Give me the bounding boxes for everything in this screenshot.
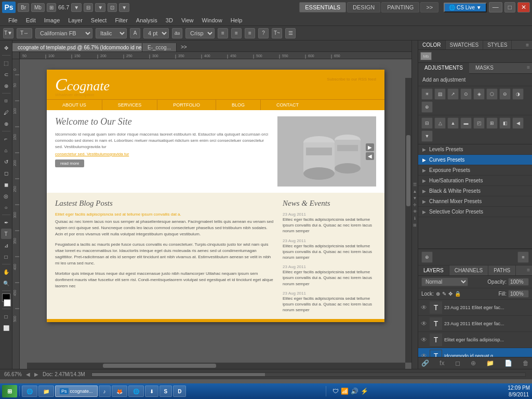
layer-link-icon[interactable]: 🔗: [421, 360, 429, 367]
view-dropdown[interactable]: ▼: [119, 3, 129, 12]
menu-analysis[interactable]: Analysis: [132, 16, 162, 24]
align-right[interactable]: ≡: [245, 28, 255, 38]
bridge-button[interactable]: Br: [18, 3, 29, 12]
anti-alias-select[interactable]: Crisp: [185, 28, 215, 38]
masks-tab[interactable]: MASKS: [469, 63, 500, 73]
presets-option-icon[interactable]: ≡: [517, 251, 529, 263]
tool-preset-picker[interactable]: T▼: [3, 28, 14, 38]
systray-volume[interactable]: 🔊: [351, 388, 358, 395]
window-maximize[interactable]: □: [504, 2, 515, 12]
menu-image[interactable]: Image: [40, 16, 64, 24]
firefox-button[interactable]: 🦊: [112, 385, 127, 397]
systray-network[interactable]: 📶: [341, 388, 349, 395]
gradient-map-icon[interactable]: ▬: [460, 117, 472, 129]
next-image-btn[interactable]: ▶: [366, 143, 374, 151]
site-subscribe[interactable]: Subscribe to our RSS feed: [327, 77, 376, 82]
styles-tab[interactable]: STYLES: [483, 41, 512, 49]
background-color[interactable]: [4, 299, 11, 307]
workspace-painting[interactable]: PAINTING: [381, 2, 419, 12]
menu-layer[interactable]: Layer: [64, 16, 87, 24]
read-more-btn[interactable]: read more: [55, 159, 84, 167]
gradient-tool[interactable]: ◼: [1, 179, 11, 190]
quick-selection-tool[interactable]: ⊛: [1, 81, 11, 91]
layer-new-icon[interactable]: 📄: [504, 360, 512, 367]
prev-image-btn[interactable]: ◀: [366, 152, 374, 160]
menu-edit[interactable]: Edit: [22, 16, 40, 24]
systray-antivirus[interactable]: 🛡: [332, 388, 339, 395]
photoshop-taskbar-btn[interactable]: Ps ccognate...: [55, 385, 98, 397]
blur-tool[interactable]: ◎: [1, 191, 11, 201]
start-button[interactable]: ⊞: [2, 385, 17, 397]
panel-arrow-down[interactable]: ▼: [413, 196, 417, 201]
eyedropper-tool[interactable]: 🖊: [1, 107, 11, 117]
menu-select[interactable]: Select: [87, 16, 111, 24]
levels-presets-item[interactable]: ▶ Levels Presets: [418, 144, 532, 155]
move-tool[interactable]: ✥: [1, 43, 11, 53]
extra-canvas-tab[interactable]: E-_ccog...: [142, 43, 177, 51]
nav-portfolio[interactable]: PORTFOLIO: [157, 100, 216, 110]
paths-tab[interactable]: PATHS: [488, 265, 516, 275]
font-toggle[interactable]: T↔: [17, 28, 32, 38]
help-icon[interactable]: ?: [258, 28, 269, 38]
lock-move-icon[interactable]: ⊕: [436, 291, 440, 297]
menu-window[interactable]: Window: [198, 16, 227, 24]
channel-mixer-icon[interactable]: ⊞: [486, 117, 498, 129]
horizontal-scroll-thumb[interactable]: [103, 364, 216, 368]
dreamweaver-button[interactable]: D: [173, 385, 186, 397]
lock-paint-icon[interactable]: ✎: [442, 291, 446, 297]
crop-tool[interactable]: ⌑: [1, 96, 11, 106]
healing-tool[interactable]: ⊕: [1, 118, 11, 129]
history-brush[interactable]: ↺: [1, 156, 11, 167]
vertical-scrollbar[interactable]: [405, 78, 411, 363]
photo-filter-icon[interactable]: ⊕: [421, 101, 433, 113]
adj-panel-menu[interactable]: ≡: [527, 64, 530, 70]
eraser-tool[interactable]: ◻: [1, 168, 11, 178]
blend-mode-select[interactable]: Normal: [421, 277, 468, 286]
layer-row-1[interactable]: 👁 T 23 Aug 2011 Elitet eger fac...: [418, 316, 532, 332]
screen-mode[interactable]: ⬜: [1, 323, 11, 333]
music-button[interactable]: ♪: [99, 385, 111, 397]
menu-help[interactable]: Help: [227, 16, 247, 24]
workspace-essentials[interactable]: ESSENTIALS: [299, 2, 346, 12]
exposure-presets-item[interactable]: ▶ Exposure Presets: [418, 165, 532, 176]
options-panel[interactable]: ☰: [285, 28, 296, 38]
layout-icon[interactable]: ⊞: [47, 3, 56, 12]
nav-services[interactable]: SERVICES: [102, 100, 157, 110]
type-tool[interactable]: T: [1, 229, 11, 239]
cs-live-button[interactable]: 🌐 CS Live ▼: [444, 3, 486, 12]
font-style-select[interactable]: Italic: [96, 28, 127, 38]
menu-3d[interactable]: 3D: [162, 16, 177, 24]
window-close[interactable]: ✕: [517, 2, 530, 12]
zoom-tool[interactable]: 🔍: [1, 278, 11, 288]
exposure-icon[interactable]: ⊙: [460, 88, 472, 100]
color-tab[interactable]: COLOR: [418, 41, 446, 49]
layer-group-icon[interactable]: 📁: [486, 360, 494, 367]
layer-vis-icon-3[interactable]: 👁: [420, 352, 428, 357]
view-icon[interactable]: ⊡: [108, 3, 117, 12]
swatches-tab[interactable]: SWATCHES: [446, 41, 484, 49]
align-left[interactable]: ≡: [218, 28, 228, 38]
expand-presets-icon[interactable]: ▼: [421, 130, 433, 142]
menu-filter[interactable]: Filter: [111, 16, 131, 24]
layers-tab[interactable]: LAYERS: [418, 265, 449, 275]
workspace-design[interactable]: DESIGN: [347, 2, 380, 12]
status-right-arrow[interactable]: ▶: [34, 371, 38, 377]
explorer-button[interactable]: 📁: [38, 385, 54, 397]
panel-arrow-up[interactable]: ▲: [413, 189, 417, 194]
color-lookup-icon[interactable]: ◧: [499, 117, 511, 129]
layer-vis-icon-1[interactable]: 👁: [420, 320, 428, 327]
fill-input[interactable]: [508, 290, 529, 298]
layer-delete-icon[interactable]: 🗑: [523, 360, 529, 367]
menu-file[interactable]: File: [4, 16, 22, 24]
nav-blog[interactable]: BLOG: [216, 100, 261, 110]
quick-mask-off[interactable]: □: [1, 311, 11, 322]
bw-icon[interactable]: ◑: [512, 88, 524, 100]
panel-menu-icon[interactable]: ≡: [523, 41, 532, 49]
layer-vis-icon-0[interactable]: 👁: [420, 304, 428, 311]
hue-sat-presets-item[interactable]: ▶ Hue/Saturation Presets: [418, 176, 532, 186]
font-family-select[interactable]: Californian FB: [35, 28, 92, 38]
panel-info[interactable]: ℹ: [414, 216, 416, 221]
curves-presets-item[interactable]: ▶ Curves Presets: [418, 155, 532, 165]
shape-tool[interactable]: □: [1, 251, 11, 262]
levels-icon[interactable]: ▤: [434, 88, 446, 100]
